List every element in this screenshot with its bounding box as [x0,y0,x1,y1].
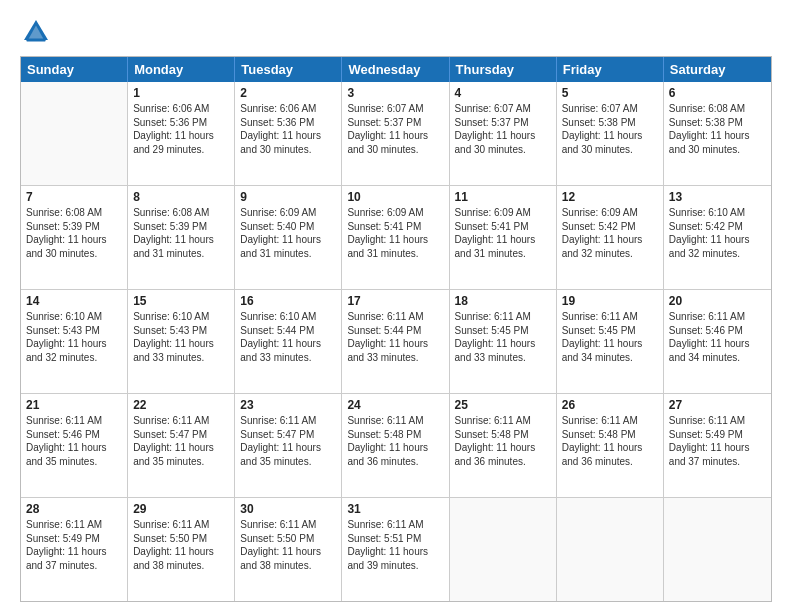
cell-line: and 37 minutes. [669,455,766,469]
calendar-cell: 23Sunrise: 6:11 AMSunset: 5:47 PMDayligh… [235,394,342,497]
cell-line: and 39 minutes. [347,559,443,573]
calendar-cell: 17Sunrise: 6:11 AMSunset: 5:44 PMDayligh… [342,290,449,393]
calendar-cell: 2Sunrise: 6:06 AMSunset: 5:36 PMDaylight… [235,82,342,185]
cell-line: Sunrise: 6:11 AM [347,310,443,324]
cell-line: Sunset: 5:44 PM [347,324,443,338]
cell-line: and 32 minutes. [562,247,658,261]
cell-line: Sunrise: 6:09 AM [562,206,658,220]
calendar-week: 14Sunrise: 6:10 AMSunset: 5:43 PMDayligh… [21,289,771,393]
cell-line: Sunrise: 6:07 AM [562,102,658,116]
calendar-cell: 19Sunrise: 6:11 AMSunset: 5:45 PMDayligh… [557,290,664,393]
cell-line: and 30 minutes. [562,143,658,157]
calendar-cell: 7Sunrise: 6:08 AMSunset: 5:39 PMDaylight… [21,186,128,289]
calendar-cell: 18Sunrise: 6:11 AMSunset: 5:45 PMDayligh… [450,290,557,393]
cell-line: Daylight: 11 hours [347,233,443,247]
day-number: 8 [133,190,229,204]
cell-line: and 38 minutes. [133,559,229,573]
cell-line: Daylight: 11 hours [26,441,122,455]
cell-line: Sunset: 5:37 PM [347,116,443,130]
cell-line: Daylight: 11 hours [133,129,229,143]
calendar-cell: 6Sunrise: 6:08 AMSunset: 5:38 PMDaylight… [664,82,771,185]
cell-line: Sunset: 5:49 PM [26,532,122,546]
calendar-cell: 11Sunrise: 6:09 AMSunset: 5:41 PMDayligh… [450,186,557,289]
calendar-cell: 21Sunrise: 6:11 AMSunset: 5:46 PMDayligh… [21,394,128,497]
cell-line: Sunset: 5:45 PM [455,324,551,338]
cell-line: Sunset: 5:42 PM [669,220,766,234]
cell-line: Sunrise: 6:08 AM [133,206,229,220]
calendar-header-cell: Friday [557,57,664,82]
cell-line: Daylight: 11 hours [347,441,443,455]
cell-line: Sunrise: 6:11 AM [133,414,229,428]
cell-line: and 33 minutes. [240,351,336,365]
cell-line: Daylight: 11 hours [240,545,336,559]
logo [20,16,56,48]
cell-line: Daylight: 11 hours [133,441,229,455]
calendar-cell: 27Sunrise: 6:11 AMSunset: 5:49 PMDayligh… [664,394,771,497]
calendar-cell: 8Sunrise: 6:08 AMSunset: 5:39 PMDaylight… [128,186,235,289]
cell-line: Daylight: 11 hours [133,545,229,559]
cell-line: Daylight: 11 hours [240,337,336,351]
day-number: 16 [240,294,336,308]
cell-line: Sunset: 5:48 PM [347,428,443,442]
cell-line: Daylight: 11 hours [669,441,766,455]
cell-line: Sunset: 5:41 PM [455,220,551,234]
cell-line: and 32 minutes. [26,351,122,365]
header [20,16,772,48]
cell-line: Sunset: 5:37 PM [455,116,551,130]
calendar-header-cell: Wednesday [342,57,449,82]
cell-line: Sunrise: 6:11 AM [669,414,766,428]
cell-line: Daylight: 11 hours [26,233,122,247]
calendar-cell [450,498,557,601]
cell-line: Daylight: 11 hours [455,129,551,143]
calendar-body: 1Sunrise: 6:06 AMSunset: 5:36 PMDaylight… [21,82,771,601]
day-number: 21 [26,398,122,412]
day-number: 29 [133,502,229,516]
day-number: 10 [347,190,443,204]
cell-line: Sunrise: 6:11 AM [669,310,766,324]
cell-line: Sunrise: 6:06 AM [133,102,229,116]
day-number: 20 [669,294,766,308]
calendar-cell: 5Sunrise: 6:07 AMSunset: 5:38 PMDaylight… [557,82,664,185]
calendar-cell: 22Sunrise: 6:11 AMSunset: 5:47 PMDayligh… [128,394,235,497]
day-number: 1 [133,86,229,100]
calendar: SundayMondayTuesdayWednesdayThursdayFrid… [20,56,772,602]
calendar-cell: 15Sunrise: 6:10 AMSunset: 5:43 PMDayligh… [128,290,235,393]
cell-line: and 35 minutes. [26,455,122,469]
cell-line: Sunrise: 6:10 AM [240,310,336,324]
cell-line: Sunset: 5:48 PM [455,428,551,442]
cell-line: Daylight: 11 hours [240,129,336,143]
day-number: 13 [669,190,766,204]
day-number: 3 [347,86,443,100]
cell-line: Sunset: 5:39 PM [133,220,229,234]
day-number: 2 [240,86,336,100]
day-number: 18 [455,294,551,308]
calendar-cell: 4Sunrise: 6:07 AMSunset: 5:37 PMDaylight… [450,82,557,185]
cell-line: Sunrise: 6:11 AM [455,310,551,324]
cell-line: Sunrise: 6:10 AM [26,310,122,324]
cell-line: Sunset: 5:50 PM [133,532,229,546]
cell-line: and 35 minutes. [133,455,229,469]
day-number: 14 [26,294,122,308]
calendar-cell: 20Sunrise: 6:11 AMSunset: 5:46 PMDayligh… [664,290,771,393]
calendar-cell: 30Sunrise: 6:11 AMSunset: 5:50 PMDayligh… [235,498,342,601]
cell-line: Sunrise: 6:07 AM [347,102,443,116]
cell-line: Daylight: 11 hours [133,233,229,247]
cell-line: Daylight: 11 hours [455,337,551,351]
cell-line: Daylight: 11 hours [562,129,658,143]
cell-line: Sunset: 5:36 PM [133,116,229,130]
cell-line: and 33 minutes. [133,351,229,365]
day-number: 23 [240,398,336,412]
cell-line: Daylight: 11 hours [240,441,336,455]
cell-line: Daylight: 11 hours [669,337,766,351]
day-number: 7 [26,190,122,204]
cell-line: Sunrise: 6:06 AM [240,102,336,116]
cell-line: and 31 minutes. [455,247,551,261]
calendar-cell: 29Sunrise: 6:11 AMSunset: 5:50 PMDayligh… [128,498,235,601]
calendar-cell: 28Sunrise: 6:11 AMSunset: 5:49 PMDayligh… [21,498,128,601]
calendar-header-cell: Thursday [450,57,557,82]
cell-line: Sunset: 5:44 PM [240,324,336,338]
day-number: 30 [240,502,336,516]
cell-line: Daylight: 11 hours [347,545,443,559]
cell-line: Sunrise: 6:08 AM [26,206,122,220]
calendar-cell: 1Sunrise: 6:06 AMSunset: 5:36 PMDaylight… [128,82,235,185]
